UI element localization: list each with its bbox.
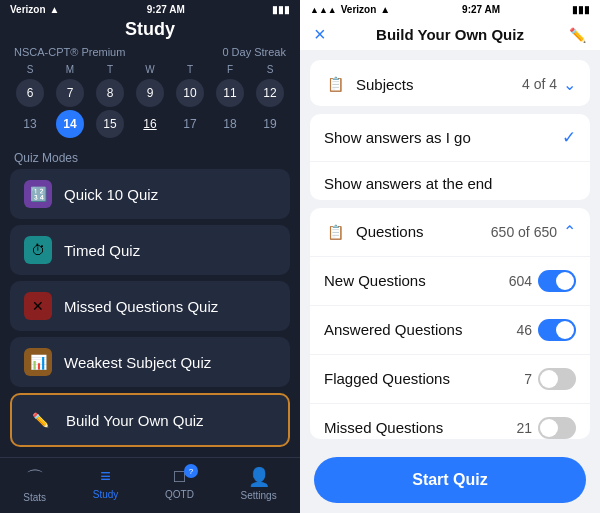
carrier-text: Verizon [10, 4, 46, 15]
nav-settings[interactable]: 👤 Settings [241, 466, 277, 503]
battery-icon: ▮▮▮ [272, 4, 290, 15]
new-questions-toggle[interactable] [538, 270, 576, 292]
flagged-questions-toggle[interactable] [538, 368, 576, 390]
bottom-nav: ⌒ Stats ≡ Study □ ? QOTD 👤 Settings [0, 457, 300, 513]
cal-day-12: 12 [256, 79, 284, 107]
timed-label: Timed Quiz [64, 242, 140, 259]
right-status-bar: ▲▲▲ Verizon ▲ 9:27 AM ▮▮▮ [300, 0, 600, 17]
right-carrier: ▲▲▲ Verizon ▲ [310, 4, 390, 15]
cal-day-11: 11 [216, 79, 244, 107]
missed-icon: ✕ [24, 292, 52, 320]
questions-icon: 📋 [324, 221, 346, 243]
cal-day-19: 19 [256, 110, 284, 138]
status-left: Verizon ▲ [10, 4, 59, 15]
calendar-row-2: 13 14 15 16 17 18 19 [10, 110, 290, 138]
new-questions-toggle-thumb [556, 272, 574, 290]
build-icon: ✏️ [26, 406, 54, 434]
left-panel: Verizon ▲ 9:27 AM ▮▮▮ Study NSCA-CPT® Pr… [0, 0, 300, 513]
streak-row: NSCA-CPT® Premium 0 Day Streak [0, 44, 300, 60]
cal-day-18: 18 [216, 110, 244, 138]
cal-day-15: 15 [96, 110, 124, 138]
right-content: 📋 Subjects 4 of 4 ⌄ Show answers as I go… [300, 50, 600, 449]
edit-button[interactable]: ✏️ [558, 27, 586, 43]
qotd-badge: ? [184, 464, 198, 478]
build-label: Build Your Own Quiz [66, 412, 204, 429]
quiz-item-timed[interactable]: ⏱ Timed Quiz [10, 225, 290, 275]
calendar: S M T W T F S 6 7 8 9 10 11 12 13 14 15 … [0, 60, 300, 145]
right-battery: ▮▮▮ [572, 4, 590, 15]
stats-icon: ⌒ [26, 466, 44, 490]
flagged-toggle-thumb [540, 370, 558, 388]
quick10-icon: 🔢 [24, 180, 52, 208]
missed-toggle-thumb [540, 419, 558, 437]
answer-mode-card: Show answers as I go ✓ Show answers at t… [310, 114, 590, 200]
qotd-label: QOTD [165, 489, 194, 500]
cal-day-7: 7 [56, 79, 84, 107]
cal-day-8: 8 [96, 79, 124, 107]
subjects-chevron-down-icon: ⌄ [563, 75, 576, 94]
subjects-value: 4 of 4 [522, 76, 557, 92]
right-signal-icon: ▲▲▲ [310, 5, 337, 15]
missed-questions-row: Missed Questions 21 [310, 404, 590, 439]
left-header: Study [0, 17, 300, 44]
subjects-label: Subjects [356, 76, 522, 93]
start-quiz-button[interactable]: Start Quiz [314, 457, 586, 503]
questions-header-row[interactable]: 📋 Questions 650 of 650 ⌃ [310, 208, 590, 257]
weakest-icon: 📊 [24, 348, 52, 376]
right-header: × Build Your Own Quiz ✏️ [300, 17, 600, 50]
missed-questions-value: 21 [516, 420, 532, 436]
right-wifi-icon: ▲ [380, 4, 390, 15]
stats-label: Stats [23, 492, 46, 503]
time-text: 9:27 AM [147, 4, 185, 15]
nav-study[interactable]: ≡ Study [93, 466, 119, 503]
questions-card: 📋 Questions 650 of 650 ⌃ New Questions 6… [310, 208, 590, 439]
show-answers-as-go-row[interactable]: Show answers as I go ✓ [310, 114, 590, 162]
quiz-item-weakest[interactable]: 📊 Weakest Subject Quiz [10, 337, 290, 387]
new-questions-label: New Questions [324, 272, 509, 289]
right-time: 9:27 AM [462, 4, 500, 15]
answered-questions-toggle[interactable] [538, 319, 576, 341]
nav-qotd[interactable]: □ ? QOTD [165, 466, 194, 503]
cal-day-10: 10 [176, 79, 204, 107]
settings-label: Settings [241, 490, 277, 501]
weakest-label: Weakest Subject Quiz [64, 354, 211, 371]
nav-stats[interactable]: ⌒ Stats [23, 466, 46, 503]
calendar-row-1: 6 7 8 9 10 11 12 [10, 79, 290, 107]
study-icon: ≡ [100, 466, 111, 487]
quick10-label: Quick 10 Quiz [64, 186, 158, 203]
answered-toggle-thumb [556, 321, 574, 339]
subjects-card: 📋 Subjects 4 of 4 ⌄ [310, 60, 590, 106]
show-answers-end-row[interactable]: Show answers at the end [310, 162, 590, 200]
cal-day-16: 16 [136, 110, 164, 138]
missed-questions-toggle[interactable] [538, 417, 576, 439]
quiz-item-build[interactable]: ✏️ Build Your Own Quiz [10, 393, 290, 447]
right-carrier-text: Verizon [341, 4, 377, 15]
show-answers-go-label: Show answers as I go [324, 129, 562, 146]
subtitle-text: NSCA-CPT® Premium [14, 46, 125, 58]
modal-title: Build Your Own Quiz [342, 26, 558, 43]
quiz-item-missed[interactable]: ✕ Missed Questions Quiz [10, 281, 290, 331]
questions-label: Questions [356, 223, 491, 240]
new-questions-row: New Questions 604 [310, 257, 590, 306]
new-questions-value: 604 [509, 273, 532, 289]
quiz-list: 🔢 Quick 10 Quiz ⏱ Timed Quiz ✕ Missed Qu… [0, 169, 300, 457]
streak-text: 0 Day Streak [222, 46, 286, 58]
right-panel: ▲▲▲ Verizon ▲ 9:27 AM ▮▮▮ × Build Your O… [300, 0, 600, 513]
cal-day-6: 6 [16, 79, 44, 107]
subjects-row[interactable]: 📋 Subjects 4 of 4 ⌄ [310, 60, 590, 106]
left-status-bar: Verizon ▲ 9:27 AM ▮▮▮ [0, 0, 300, 17]
questions-value: 650 of 650 [491, 224, 557, 240]
cal-day-9: 9 [136, 79, 164, 107]
flagged-questions-label: Flagged Questions [324, 370, 524, 387]
page-title: Study [0, 19, 300, 40]
answered-questions-label: Answered Questions [324, 321, 516, 338]
close-button[interactable]: × [314, 23, 342, 46]
subjects-icon: 📋 [324, 73, 346, 95]
timed-icon: ⏱ [24, 236, 52, 264]
cal-day-14-today: 14 [56, 110, 84, 138]
show-answers-end-label: Show answers at the end [324, 175, 576, 192]
quiz-item-quick10[interactable]: 🔢 Quick 10 Quiz [10, 169, 290, 219]
cal-day-13: 13 [16, 110, 44, 138]
missed-label: Missed Questions Quiz [64, 298, 218, 315]
quiz-modes-label: Quiz Modes [0, 145, 300, 169]
